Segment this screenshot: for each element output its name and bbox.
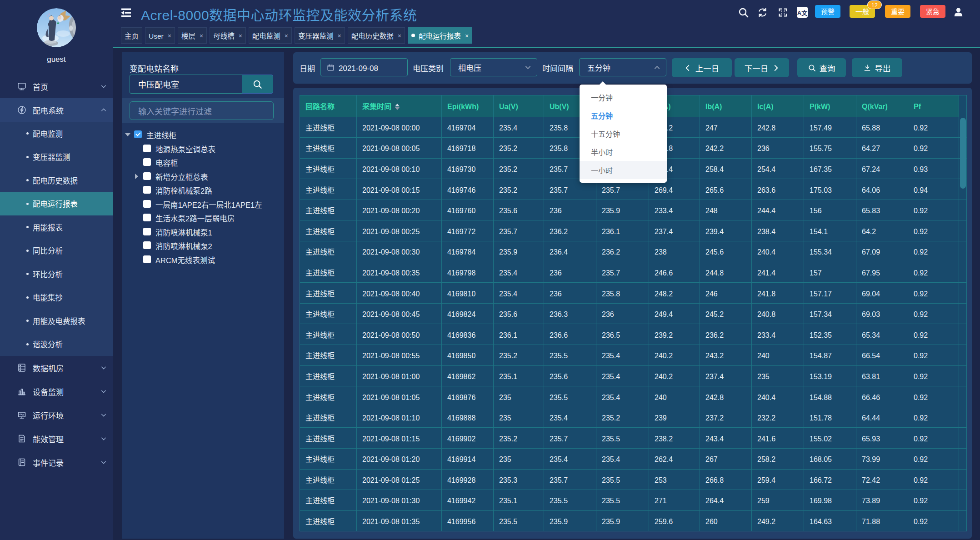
column-header-P(kW)[interactable]: P(kW) [804,95,856,117]
checkbox-unchecked[interactable] [143,228,151,235]
tab-变压器监测[interactable]: 变压器监测× [295,27,345,44]
translate-icon[interactable]: A文 [797,7,808,18]
table-row[interactable]: 主进线柜2021-09-08 01:354169956235.5235.9235… [300,510,967,531]
tab-楼层[interactable]: 楼层× [178,27,207,44]
column-header-Ic(A)[interactable]: Ic(A) [752,95,804,117]
tab-close-icon[interactable]: × [398,32,401,39]
sidebar-subitem-用能及电费报表[interactable]: 用能及电费报表 [0,309,113,333]
column-header-Ua(V)[interactable]: Ua(V) [494,95,544,117]
sidebar-subitem-环比分析[interactable]: 环比分析 [0,262,113,286]
checkbox-checked[interactable] [134,130,142,138]
caret-down-icon[interactable] [125,133,130,136]
interval-select[interactable]: 五分钟 [579,58,666,76]
tab-close-icon[interactable]: × [338,32,341,39]
table-row[interactable]: 主进线柜2021-09-08 00:354169798235.4236235.7… [300,262,967,283]
tab-close-icon[interactable]: × [200,32,203,39]
tab-配电监测[interactable]: 配电监测× [249,27,292,44]
table-row[interactable]: 主进线柜2021-09-08 01:004169862235.1235.6235… [300,365,967,386]
search-icon[interactable] [738,7,749,18]
export-button[interactable]: 导出 [852,58,902,77]
table-row[interactable]: 主进线柜2021-09-08 01:154169902235.2235.7235… [300,428,967,449]
caret-right-icon[interactable] [135,174,138,179]
interval-option-五分钟[interactable]: 五分钟 [580,106,667,125]
checkbox-unchecked[interactable] [143,145,151,152]
sidebar-item-能效管理[interactable]: 能效管理 [0,427,113,450]
column-header-Pf[interactable]: Pf [908,95,959,117]
checkbox-unchecked[interactable] [143,241,151,249]
table-row[interactable]: 主进线柜2021-09-08 01:054169876235235.5235.4… [300,386,967,407]
tree-node-消防喷淋机械泵1[interactable]: 消防喷淋机械泵1 [122,225,284,239]
sidebar-subitem-电能集抄[interactable]: 电能集抄 [0,286,113,310]
fullscreen-icon[interactable] [778,7,788,18]
tab-close-icon[interactable]: × [285,32,288,39]
tree-node-新增分立柜总表[interactable]: 新增分立柜总表 [122,170,284,184]
tree-node-消防栓机械泵2路[interactable]: 消防栓机械泵2路 [122,183,284,197]
sidebar-subitem-谐波分析[interactable]: 谐波分析 [0,333,113,356]
checkbox-unchecked[interactable] [143,200,151,208]
table-row[interactable]: 主进线柜2021-09-08 01:304169942235.1235.5235… [300,490,967,511]
interval-option-半小时[interactable]: 半小时 [580,143,667,161]
alarm-button-预警[interactable]: 预警 [815,5,840,18]
checkbox-unchecked[interactable] [143,255,151,263]
alarm-button-重要[interactable]: 重要 [885,5,910,18]
table-row[interactable]: 主进线柜2021-09-08 00:254169772235.7236.2236… [300,220,967,241]
sidebar-subitem-同比分析[interactable]: 同比分析 [0,239,113,263]
user-avatar[interactable] [37,8,76,47]
table-row[interactable]: 主进线柜2021-09-08 00:204169760235.6236235.9… [300,200,967,220]
tab-母线槽[interactable]: 母线槽× [210,27,246,44]
station-search-input[interactable]: 中压配电室 [130,75,242,94]
sidebar-subitem-用能报表[interactable]: 用能报表 [0,215,113,239]
table-row[interactable]: 主进线柜2021-09-08 01:254169928235.3235.7235… [300,469,967,490]
checkbox-unchecked[interactable] [143,158,151,166]
tree-node-生活水泵2路一层弱电房[interactable]: 生活水泵2路一层弱电房 [122,211,284,225]
tree-node-地源热泵空调总表[interactable]: 地源热泵空调总表 [122,142,284,156]
tab-close-icon[interactable]: × [168,32,171,39]
sidebar-subitem-配电监测[interactable]: 配电监测 [0,122,113,145]
station-search-button[interactable] [242,75,273,94]
tree-node-主进线柜[interactable]: 主进线柜 [122,128,284,142]
tree-filter-input[interactable]: 输入关键字进行过滤 [130,101,274,120]
sidebar-item-运行环境[interactable]: 运行环境 [0,403,113,427]
column-header-Ib(A)[interactable]: Ib(A) [700,95,752,117]
column-header-Epi(kWh)[interactable]: Epi(kWh) [442,95,494,117]
table-row[interactable]: 主进线柜2021-09-08 00:554169850235.2235.5235… [300,345,967,366]
checkbox-unchecked[interactable] [143,186,151,194]
column-header-Q(kVar)[interactable]: Q(kVar) [856,95,908,117]
tab-配电运行报表[interactable]: 配电运行报表× [408,27,472,44]
sort-icon[interactable] [395,104,400,110]
table-row[interactable]: 主进线柜2021-09-08 00:454169824235.6236.3236… [300,303,967,324]
sidebar-item-数据机房[interactable]: 数据机房 [0,356,113,380]
tab-User[interactable]: User× [145,27,175,44]
next-day-button[interactable]: 下一日 [735,58,789,77]
alarm-button-紧急[interactable]: 紧急 [920,5,945,18]
table-scrollbar-thumb[interactable] [960,118,966,189]
voltage-select[interactable]: 相电压 [450,58,537,76]
checkbox-unchecked[interactable] [143,214,151,221]
tree-node-电容柜[interactable]: 电容柜 [122,155,284,170]
table-row[interactable]: 主进线柜2021-09-08 00:504169836236.1236.6236… [300,324,967,345]
tree-node-一层南1APE2右一层北1APE1左[interactable]: 一层南1APE2右一层北1APE1左 [122,197,284,211]
checkbox-unchecked[interactable] [143,172,151,180]
tab-close-icon[interactable]: × [465,32,469,39]
tab-主页[interactable]: 主页 [121,27,142,44]
tab-close-icon[interactable]: × [239,32,242,39]
menu-fold-icon[interactable] [121,8,131,18]
interval-option-一小时[interactable]: 一小时 [580,161,667,179]
sidebar-item-配电系统[interactable]: 配电系统 [0,98,113,122]
refresh-icon[interactable] [757,7,768,18]
column-header-采集时间[interactable]: 采集时间 [357,95,442,117]
prev-day-button[interactable]: 上一日 [672,58,732,77]
sidebar-subitem-配电历史数据[interactable]: 配电历史数据 [0,169,113,192]
tab-配电历史数据[interactable]: 配电历史数据× [348,27,405,44]
table-row[interactable]: 主进线柜2021-09-08 00:404169810235.4236235.8… [300,283,967,304]
table-row[interactable]: 主进线柜2021-09-08 01:204169914235235.4235.4… [300,449,967,470]
query-button[interactable]: 查询 [797,58,846,77]
table-row[interactable]: 主进线柜2021-09-08 01:104169888235235.4235.2… [300,407,967,428]
table-row[interactable]: 主进线柜2021-09-08 00:304169784235.9236.4236… [300,241,967,262]
sidebar-item-事件记录[interactable]: 事件记录 [0,450,113,474]
sidebar-item-首页[interactable]: 首页 [0,75,113,98]
sidebar-item-设备监测[interactable]: 设备监测 [0,380,113,403]
tree-node-ARCM无线表测试[interactable]: ARCM无线表测试 [122,253,284,267]
column-header-回路名称[interactable]: 回路名称 [300,95,357,117]
tree-node-消防喷淋机械泵2[interactable]: 消防喷淋机械泵2 [122,239,284,253]
